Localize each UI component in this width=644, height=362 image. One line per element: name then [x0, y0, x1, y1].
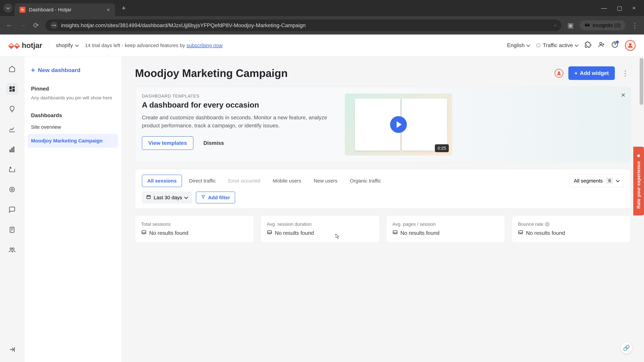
segment-organic-traffic[interactable]: Organic traffic — [344, 175, 386, 187]
notification-dot — [616, 40, 619, 43]
language-selector[interactable]: English — [507, 42, 530, 48]
svg-point-13 — [10, 248, 12, 250]
dismiss-button[interactable]: Dismiss — [198, 137, 229, 149]
add-widget-button[interactable]: + Add widget — [568, 66, 615, 80]
feedback-tab[interactable]: Rate your experience ☻ — [633, 147, 644, 215]
calendar-icon — [146, 195, 151, 200]
nav-heatmaps-icon[interactable] — [6, 184, 18, 195]
segment-error-occurred[interactable]: Error occurred — [223, 175, 266, 187]
copy-link-button[interactable]: 🔗 — [620, 342, 632, 354]
add-filter-button[interactable]: Add filter — [196, 192, 235, 203]
reload-button[interactable]: ⟳ — [32, 21, 40, 29]
svg-point-11 — [10, 187, 14, 192]
filter-bar: All sessions Direct traffic Error occurr… — [135, 169, 630, 209]
hotjar-logo[interactable]: ⬙⬙ hotjar — [8, 41, 42, 50]
browser-menu-button[interactable]: ⋮ — [630, 21, 639, 29]
promo-eyebrow: DASHBOARD TEMPLATES — [142, 93, 335, 99]
user-avatar[interactable] — [625, 40, 636, 51]
promo-close-button[interactable]: × — [621, 91, 626, 99]
address-bar[interactable]: ⊶ insights.hotjar.com/sites/3814994/dash… — [45, 19, 561, 31]
chevron-down-icon — [526, 43, 530, 47]
close-window-button[interactable]: × — [632, 5, 636, 11]
nav-feedback-icon[interactable] — [6, 204, 18, 216]
plus-icon: + — [31, 66, 35, 74]
segment-mobile-users[interactable]: Mobile users — [267, 175, 306, 187]
page-menu-button[interactable]: ⋮ — [620, 69, 630, 77]
inbox-icon — [267, 230, 272, 236]
play-icon — [390, 116, 407, 133]
page-title: Moodjoy Marketing Campaign — [135, 67, 288, 79]
chevron-down-icon — [75, 43, 79, 47]
traffic-status[interactable]: Traffic active — [536, 42, 578, 48]
share-avatar-icon[interactable] — [554, 69, 563, 78]
segment-count-badge: 8 — [606, 177, 613, 184]
nav-highlights-icon[interactable] — [6, 103, 18, 115]
nav-funnels-icon[interactable] — [6, 143, 18, 155]
maximize-button[interactable]: ▢ — [617, 5, 622, 11]
svg-point-2 — [629, 43, 632, 45]
chevron-down-icon — [575, 43, 578, 47]
incognito-badge[interactable]: 🕶 Incognito (2) — [580, 20, 626, 30]
sidebar-item-moodjoy[interactable]: Moodjoy Marketing Campaign — [28, 134, 118, 148]
segment-direct-traffic[interactable]: Direct traffic — [184, 175, 221, 187]
promo-description: Create and customize dashboards in secon… — [142, 113, 335, 130]
segment-all-sessions[interactable]: All sessions — [142, 175, 182, 187]
svg-rect-7 — [10, 150, 10, 152]
promo-video[interactable]: 0:25 — [345, 93, 452, 156]
nav-dashboard-icon[interactable] — [6, 83, 18, 95]
segment-new-users[interactable]: New users — [308, 175, 343, 187]
svg-rect-9 — [13, 147, 14, 152]
view-templates-button[interactable]: View templates — [142, 136, 193, 150]
integrations-icon[interactable] — [585, 41, 591, 49]
nav-recordings-icon[interactable] — [6, 164, 18, 175]
promo-title: A dashboard for every occasion — [142, 100, 335, 109]
tab-close-button[interactable]: × — [107, 6, 110, 13]
browser-toolbar: ← → ⟳ ⊶ insights.hotjar.com/sites/381499… — [0, 16, 644, 34]
sidebar-item-site-overview[interactable]: Site overview — [24, 120, 122, 134]
filter-icon — [201, 195, 206, 200]
plus-icon: + — [574, 70, 578, 76]
nav-surveys-icon[interactable] — [6, 224, 18, 236]
site-info-icon[interactable]: ⊶ — [50, 22, 58, 29]
help-icon[interactable] — [612, 41, 618, 49]
trial-notice: 14 trial days left - keep advanced featu… — [85, 42, 222, 48]
inbox-icon — [518, 230, 523, 236]
incognito-icon: 🕶 — [585, 22, 590, 28]
new-tab-button[interactable]: + — [122, 4, 126, 12]
nav-interviews-icon[interactable] — [6, 244, 18, 256]
scrollbar-thumb[interactable] — [640, 58, 643, 105]
forward-button[interactable]: → — [18, 22, 27, 29]
tab-search-button[interactable] — [3, 3, 13, 13]
back-button[interactable]: ← — [5, 22, 14, 29]
info-icon[interactable]: i — [545, 222, 550, 227]
app-header: ⬙⬙ hotjar shopify 14 trial days left - k… — [0, 34, 644, 56]
metric-bounce-rate: Bounce ratei No results found — [512, 215, 630, 243]
svg-rect-8 — [12, 148, 12, 152]
nav-home-icon[interactable] — [6, 63, 18, 75]
site-selector[interactable]: shopify — [56, 42, 78, 48]
tab-title: Dashboard - Hotjar — [29, 7, 103, 12]
metric-total-sessions: Total sessions No results found — [135, 215, 254, 243]
inbox-icon — [392, 230, 398, 236]
nav-collapse-icon[interactable] — [6, 344, 18, 355]
invite-user-icon[interactable] — [598, 41, 605, 49]
promo-banner: DASHBOARD TEMPLATES A dashboard for ever… — [135, 87, 630, 162]
svg-rect-5 — [12, 89, 15, 92]
browser-tab[interactable]: h Dashboard - Hotjar × — [14, 3, 115, 16]
dashboards-heading: Dashboards — [24, 107, 122, 120]
date-range-picker[interactable]: Last 30 days — [142, 192, 192, 203]
minimize-button[interactable]: — — [601, 5, 607, 11]
reader-mode-icon[interactable]: ▣ — [566, 21, 575, 29]
new-dashboard-button[interactable]: + New dashboard — [24, 63, 122, 77]
pinned-heading: Pinned — [24, 81, 122, 93]
nav-trends-icon[interactable] — [6, 123, 18, 135]
all-segments-dropdown[interactable]: All segments 8 — [569, 174, 624, 187]
svg-point-14 — [12, 248, 14, 250]
pinned-hint: Any dashboards you pin will show here — [24, 93, 122, 104]
smiley-icon: ☻ — [636, 153, 641, 159]
main-content: Moodjoy Marketing Campaign + Add widget … — [122, 56, 644, 362]
url-text: insights.hotjar.com/sites/3814994/dashbo… — [61, 22, 550, 28]
flame-icon: ⬙⬙ — [8, 41, 20, 50]
bookmark-icon[interactable]: ☆ — [554, 24, 556, 27]
subscribe-link[interactable]: subscribing now — [186, 42, 222, 48]
